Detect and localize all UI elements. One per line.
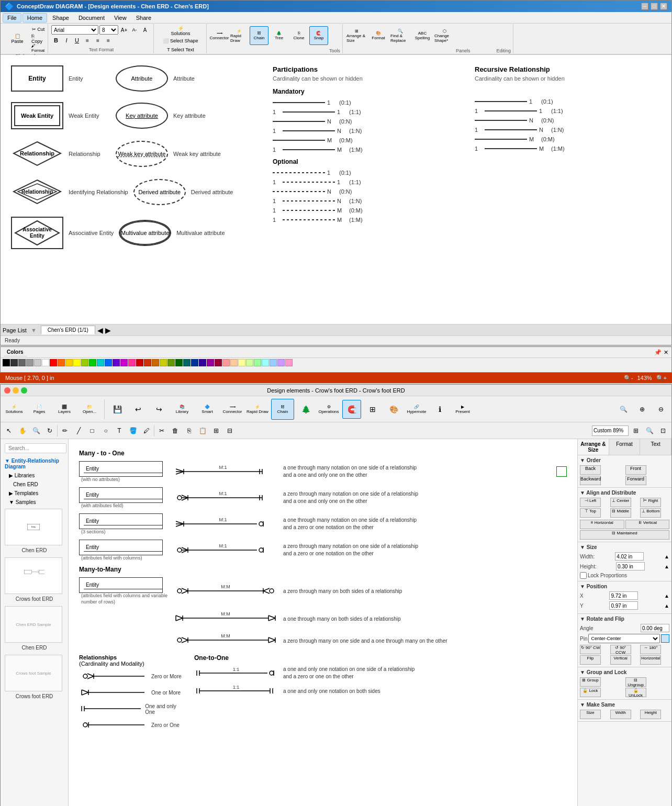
swatch-dark-purple[interactable]: [199, 359, 206, 366]
swatch-red[interactable]: [50, 359, 57, 366]
menu-file[interactable]: File: [3, 13, 21, 23]
snap-btn2[interactable]: 🧲: [342, 400, 361, 419]
swatch-magenta[interactable]: [120, 359, 128, 366]
layers-btn[interactable]: ⬛Layers: [53, 399, 76, 420]
hyperlink-btn[interactable]: 🔗Hypernote: [405, 399, 428, 420]
tab-arrange-size[interactable]: Arrange & Size: [578, 439, 609, 455]
top-canvas[interactable]: Entity Entity Attribute Attribute Weak E…: [1, 55, 671, 324]
connector-btn2[interactable]: ⟶Connector: [221, 399, 244, 420]
save-btn[interactable]: 💾: [108, 400, 127, 419]
y-input[interactable]: [609, 601, 638, 610]
rotate-title[interactable]: ▼ Rotate and Flip: [580, 616, 669, 622]
flip-btn[interactable]: Flip: [580, 655, 601, 665]
cut2-btn[interactable]: ✂: [155, 424, 168, 437]
pages-btn[interactable]: 📄Pages: [28, 399, 51, 420]
zoom-btn3[interactable]: 🔍: [30, 424, 42, 437]
make-same-title[interactable]: ▼ Make Same: [580, 702, 669, 708]
swatch-mid-gray[interactable]: [18, 359, 26, 366]
close-btn[interactable]: ✕: [660, 3, 667, 10]
fill-btn[interactable]: 🪣: [127, 424, 139, 437]
line-btn[interactable]: ╱: [72, 424, 85, 437]
pen-btn[interactable]: 🖊: [140, 424, 153, 437]
backward-btn[interactable]: Backward: [580, 476, 601, 485]
y-stepper[interactable]: ▲: [664, 603, 669, 609]
copy-btn[interactable]: ⎘ Copy: [31, 35, 46, 43]
swatch-yellow[interactable]: [73, 359, 81, 366]
tree-item-samples[interactable]: ▼ Samples: [1, 498, 68, 507]
snap-btn[interactable]: 🧲Snap: [309, 26, 328, 45]
delete-btn[interactable]: 🗑: [169, 424, 182, 437]
align-title[interactable]: ▼ Align and Distribute: [580, 490, 669, 496]
swatch-yellow-orange[interactable]: [65, 359, 73, 366]
tree-btn[interactable]: 🌲Tree: [270, 26, 288, 45]
present-btn[interactable]: ▶Present: [451, 399, 474, 420]
rotate-180-btn[interactable]: ↔ 180°: [640, 645, 661, 654]
format-btn2[interactable]: 🎨: [384, 400, 403, 419]
zoom-out-btn[interactable]: 🔍-: [624, 375, 633, 382]
angle-input[interactable]: [641, 624, 669, 632]
chen-erd-tab[interactable]: Chen's ERD (1/1): [41, 326, 95, 334]
swatch-green[interactable]: [89, 359, 96, 366]
entity-var-rows[interactable]: Entity: [79, 577, 163, 593]
align-right-btn[interactable]: ⊢ Right: [640, 498, 661, 507]
smart-btn[interactable]: 🔷Smart: [196, 399, 219, 420]
open-btn[interactable]: 📁Open...: [78, 399, 101, 420]
minimize-btn[interactable]: ─: [641, 3, 648, 10]
chain-btn2[interactable]: ⛓Chain: [271, 399, 294, 420]
swatch-light-cyan[interactable]: [262, 359, 269, 366]
forward-btn[interactable]: Forward: [625, 476, 646, 485]
search-input[interactable]: [5, 443, 66, 453]
swatch-dark-yellow-green[interactable]: [167, 359, 175, 366]
entity-with-attr[interactable]: Entity: [79, 487, 163, 503]
horizontal-btn[interactable]: ≡ Horizontal: [580, 520, 624, 529]
grid-btn[interactable]: ⊞: [363, 400, 382, 419]
zoom-page-btn[interactable]: ⊡: [657, 424, 669, 437]
height-input[interactable]: [616, 562, 645, 570]
unlock-btn[interactable]: 🔓 UnLock: [625, 688, 646, 697]
same-height-btn[interactable]: Height: [640, 710, 661, 719]
swatch-dark-pink[interactable]: [215, 359, 222, 366]
align-left-btn[interactable]: ⊣ Left: [580, 498, 601, 507]
text-tool-btn[interactable]: T: [113, 424, 126, 437]
italic-btn[interactable]: I: [62, 36, 71, 45]
group-lock-title[interactable]: ▼ Group and Lock: [580, 669, 669, 675]
weak-key-attribute-shape[interactable]: Weak key attribute: [116, 141, 168, 167]
swatch-white[interactable]: [42, 359, 49, 366]
rect-btn[interactable]: □: [86, 424, 98, 437]
dot-maximize[interactable]: [21, 387, 27, 394]
width-stepper-up[interactable]: ▲: [664, 554, 669, 559]
entity-shape[interactable]: Entity: [11, 65, 63, 92]
colors-close-btn[interactable]: ✕: [664, 349, 668, 356]
operations-btn[interactable]: ⚙Operations: [317, 399, 340, 420]
back-btn[interactable]: Back: [580, 465, 601, 475]
ellipse-btn[interactable]: ○: [99, 424, 112, 437]
align-center-btn[interactable]: ≡: [93, 36, 103, 45]
select-shape-btn[interactable]: ⬜ Select Shape: [157, 37, 204, 45]
align-right-btn[interactable]: ≡: [104, 36, 113, 45]
zoom-in-btn2[interactable]: ⊕: [634, 401, 651, 418]
vertical-btn[interactable]: ⫼ Vertical: [625, 520, 670, 529]
tab-format[interactable]: Format: [609, 439, 641, 455]
size-title[interactable]: ▼ Size: [580, 544, 669, 550]
menu-share[interactable]: Share: [132, 14, 155, 22]
x-input[interactable]: [609, 591, 638, 600]
swatch-teal[interactable]: [183, 359, 191, 366]
zoom-input[interactable]: [592, 426, 629, 436]
increase-font-btn[interactable]: A+: [119, 25, 129, 35]
format-btn[interactable]: 🎨Format: [368, 26, 389, 45]
group2-btn[interactable]: ⊞: [210, 424, 222, 437]
height-stepper-up[interactable]: ▲: [664, 564, 669, 569]
redo-btn[interactable]: ↪: [150, 400, 169, 419]
swatch-dark-orange[interactable]: [152, 359, 159, 366]
undo-btn[interactable]: ↩: [129, 400, 148, 419]
copy2-btn[interactable]: ⎘: [183, 424, 195, 437]
align-left-btn[interactable]: ≡: [83, 36, 92, 45]
zoom-tools-btn[interactable]: 🔍: [615, 401, 632, 418]
rotate-90cw-btn[interactable]: ↻ 90° CW: [580, 645, 601, 654]
center-canvas[interactable]: Many - to - One Entity (with no attribut…: [69, 439, 577, 806]
next-page-btn[interactable]: ▶: [105, 326, 111, 334]
zoom-actual-btn[interactable]: 🔍: [643, 424, 656, 437]
swatch-lavender[interactable]: [277, 359, 285, 366]
entity-3sect-shape[interactable]: Entity: [79, 513, 163, 529]
vertical-flip-btn[interactable]: Vertical: [610, 655, 631, 665]
